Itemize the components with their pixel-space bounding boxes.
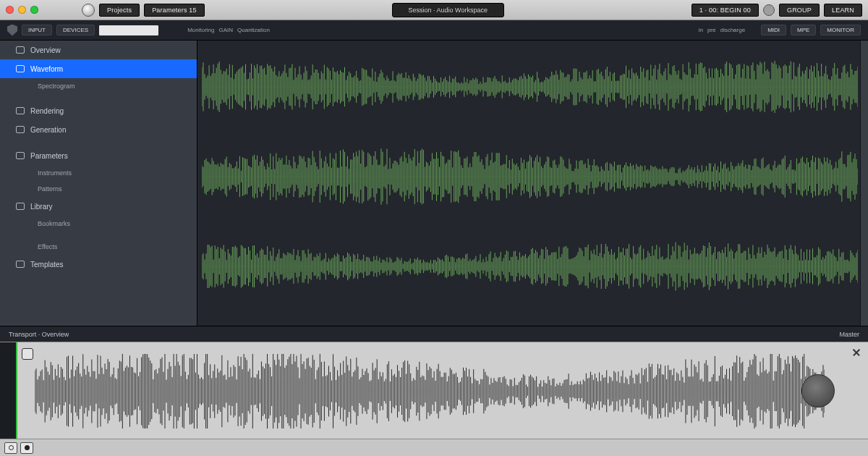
sidebar-spacer — [0, 94, 197, 101]
main-pane: OverviewWaveformSpectrogramRenderingGene… — [0, 41, 868, 326]
window-titlebar: Projects Parameters 15 Session · Audio W… — [0, 0, 868, 20]
status-bar — [0, 439, 868, 456]
app-toolbar: INPUT DEVICES Monitoring GAIN Quantizati… — [0, 20, 868, 41]
sidebar-item-label: Waveform — [30, 65, 63, 73]
audio-track[interactable] — [197, 43, 868, 130]
devices-chip[interactable]: DEVICES — [56, 25, 95, 35]
dock-title: Transport · Overview — [9, 331, 69, 338]
sidebar-spacer — [0, 232, 197, 239]
folder-icon — [16, 65, 25, 72]
sidebar-spacer — [0, 139, 197, 146]
session-title: Session · Audio Workspace — [392, 3, 504, 17]
sidebar-item-label: Bookmarks — [38, 220, 70, 227]
audio-track[interactable] — [197, 223, 868, 310]
parameters-button[interactable]: Parameters 15 — [144, 4, 205, 17]
footer-button-b[interactable] — [20, 442, 33, 454]
sidebar-item-label: Templates — [30, 261, 64, 269]
folder-icon — [16, 203, 25, 210]
waveform-icon — [202, 43, 858, 130]
sidebar-item-label: Spectrogram — [38, 83, 75, 90]
audio-track[interactable] — [197, 133, 868, 220]
dock-master-label: Master — [839, 331, 859, 338]
sidebar-item[interactable]: Generation — [0, 120, 197, 139]
dock-header: Transport · Overview Master — [0, 326, 868, 342]
monitor-button[interactable]: MONITOR — [820, 25, 861, 35]
level-meter — [0, 342, 17, 439]
toolbar-menu-item[interactable]: Monitoring — [187, 27, 214, 33]
sidebar-item-label: Instruments — [38, 169, 72, 177]
toolbar-status: discharge — [720, 27, 745, 33]
folder-icon — [16, 46, 25, 54]
user-avatar-icon[interactable] — [763, 4, 775, 16]
toolbar-menu-item[interactable]: GAIN — [218, 27, 233, 33]
projects-button[interactable]: Projects — [99, 4, 140, 17]
toolbar-status: pre — [707, 27, 716, 33]
folder-icon — [16, 261, 25, 268]
sidebar: OverviewWaveformSpectrogramRenderingGene… — [0, 41, 197, 326]
folder-icon — [16, 152, 25, 159]
overview-dock — [0, 342, 868, 439]
playhead-knob[interactable] — [801, 374, 835, 408]
sidebar-item-selected[interactable]: Waveform — [0, 59, 197, 78]
midi-button[interactable]: MIDI — [761, 25, 786, 35]
search-input[interactable] — [99, 25, 158, 35]
sidebar-item[interactable]: Spectrogram — [0, 78, 197, 94]
sidebar-item[interactable]: Templates — [0, 255, 197, 274]
footer-button-a[interactable] — [4, 442, 17, 454]
sidebar-item-label: Effects — [38, 243, 57, 250]
shield-icon — [7, 25, 17, 36]
sidebar-item-label: Rendering — [30, 107, 64, 115]
input-chip[interactable]: INPUT — [22, 25, 52, 35]
sidebar-item-label: Generation — [30, 126, 66, 134]
sidebar-item[interactable]: Patterns — [0, 181, 197, 197]
sidebar-item[interactable]: Effects — [0, 239, 197, 255]
sidebar-item[interactable]: Overview — [0, 41, 197, 59]
track-area[interactable] — [197, 41, 868, 326]
transport-display[interactable]: 1 · 00: BEGIN 00 — [692, 4, 759, 17]
sidebar-item-label: Library — [30, 203, 53, 211]
close-window-button[interactable] — [6, 6, 14, 14]
group-button[interactable]: GROUP — [779, 4, 820, 17]
sidebar-item[interactable]: Instruments — [0, 165, 197, 181]
sidebar-item-label: Patterns — [38, 185, 62, 193]
sidebar-item-label: Overview — [30, 46, 61, 54]
app-logo-icon — [82, 4, 95, 17]
sidebar-item[interactable]: Bookmarks — [0, 216, 197, 232]
folder-icon — [16, 126, 25, 133]
folder-icon — [16, 107, 25, 114]
overview-waveform-icon[interactable] — [35, 354, 825, 428]
fullscreen-window-button[interactable] — [30, 6, 38, 14]
waveform-icon — [202, 133, 858, 220]
learn-button[interactable]: LEARN — [824, 4, 862, 17]
sidebar-item[interactable]: Rendering — [0, 101, 197, 120]
toolbar-menu-item[interactable]: Quantization — [237, 27, 270, 33]
sidebar-item[interactable]: Parameters — [0, 146, 197, 165]
close-dock-icon[interactable] — [852, 348, 861, 357]
mpe-button[interactable]: MPE — [791, 25, 816, 35]
sidebar-item[interactable]: Library — [0, 197, 197, 216]
dock-tool-icon[interactable] — [22, 348, 33, 360]
toolbar-status: in — [699, 27, 703, 33]
sidebar-item-label: Parameters — [30, 152, 68, 160]
waveform-icon — [202, 223, 858, 310]
minimize-window-button[interactable] — [18, 6, 26, 14]
